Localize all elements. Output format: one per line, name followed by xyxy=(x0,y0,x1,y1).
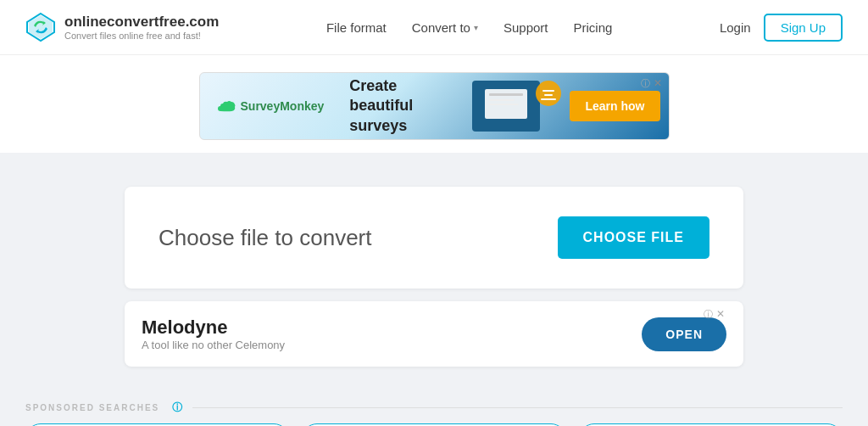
ad-close-icon[interactable]: ✕ xyxy=(654,77,662,89)
survey-monkey-logo: SurveyMonkey xyxy=(217,99,325,113)
inner-ad-info-icon[interactable]: ⓘ xyxy=(704,308,713,321)
svg-point-8 xyxy=(536,81,561,106)
login-button[interactable]: Login xyxy=(720,20,751,35)
nav-file-format[interactable]: File format xyxy=(326,20,387,35)
sponsored-section: SPONSORED SEARCHES ⓘ convert mov files t… xyxy=(0,392,868,426)
ad-learn-button[interactable]: Learn how xyxy=(570,91,659,121)
inner-ad-close-icon[interactable]: ✕ xyxy=(716,308,725,320)
ad-visual: Learn how xyxy=(421,76,668,136)
ad-logo-area: SurveyMonkey xyxy=(200,99,342,113)
converter-label: Choose file to convert xyxy=(159,225,371,251)
survey-monkey-icon xyxy=(217,99,236,113)
logo-subtitle: Convert files online free and fast! xyxy=(64,31,219,41)
nav-pricing[interactable]: Pricing xyxy=(574,20,613,35)
svg-rect-11 xyxy=(541,98,556,100)
logo-text-wrap: onlineconvertfree.com Convert files onli… xyxy=(64,14,219,41)
ad-headline: Create beautiful surveys xyxy=(341,76,421,136)
svg-rect-7 xyxy=(489,104,519,105)
main-nav: File format Convert to ▾ Support Pricing xyxy=(219,20,720,35)
logo-icon xyxy=(25,12,56,42)
svg-rect-6 xyxy=(489,99,515,101)
ad-banner: ⓘ ✕ SurveyMonkey Create beautiful survey… xyxy=(199,72,670,140)
header-actions: Login Sign Up xyxy=(720,14,843,42)
logo-area: onlineconvertfree.com Convert files onli… xyxy=(25,12,219,42)
svg-rect-5 xyxy=(489,93,523,96)
sponsored-info-icon[interactable]: ⓘ xyxy=(172,401,184,415)
inner-ad-text: Melodyne A tool like no other Celemony xyxy=(142,317,285,351)
signup-button[interactable]: Sign Up xyxy=(764,14,843,42)
svg-rect-9 xyxy=(542,90,554,92)
inner-ad-open-button[interactable]: OPEN xyxy=(642,317,726,351)
nav-support[interactable]: Support xyxy=(504,20,548,35)
ad-image xyxy=(468,76,570,136)
inner-ad-box: ⓘ ✕ Melodyne A tool like no other Celemo… xyxy=(125,301,743,367)
header: onlineconvertfree.com Convert files onli… xyxy=(0,0,868,55)
nav-convert-to[interactable]: Convert to ▾ xyxy=(412,20,478,35)
inner-ad-title: Melodyne xyxy=(142,317,285,339)
choose-file-button[interactable]: CHOOSE FILE xyxy=(558,216,709,259)
survey-monkey-brand: SurveyMonkey xyxy=(241,99,325,113)
ad-container: ⓘ ✕ SurveyMonkey Create beautiful survey… xyxy=(0,55,868,153)
sponsored-label: SPONSORED SEARCHES ⓘ xyxy=(25,401,843,415)
inner-ad-subtitle: A tool like no other Celemony xyxy=(142,339,285,351)
logo-title: onlineconvertfree.com xyxy=(64,14,219,31)
converter-box: Choose file to convert CHOOSE FILE xyxy=(125,187,743,289)
svg-rect-10 xyxy=(544,94,553,96)
ad-info-icon[interactable]: ⓘ xyxy=(641,77,650,90)
chevron-down-icon: ▾ xyxy=(474,23,478,32)
main-content: Choose file to convert CHOOSE FILE ⓘ ✕ M… xyxy=(0,153,868,392)
